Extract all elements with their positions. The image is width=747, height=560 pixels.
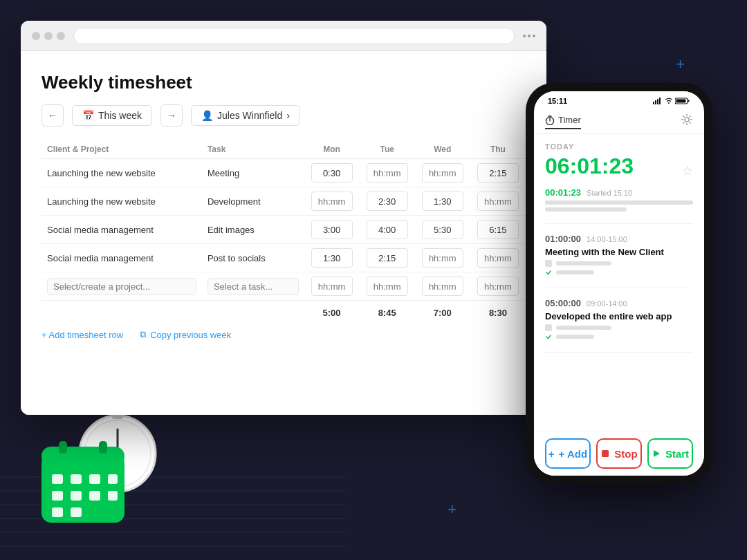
empty-wed	[415, 272, 470, 301]
empty-time-mon[interactable]	[311, 277, 353, 296]
page-title: Weekly timesheet	[42, 72, 526, 93]
time-input-mon-2[interactable]	[311, 220, 353, 239]
time-input-thu-3[interactable]	[477, 248, 519, 268]
timer-entry-2: 01:00:00 14:00-15:00 Meeting with the Ne…	[545, 234, 693, 288]
cell-mon-2	[304, 216, 360, 244]
cell-wed-1	[415, 187, 470, 216]
cell-tue-0	[360, 159, 415, 187]
entry-name-2: Meeting with the New Client	[545, 247, 693, 257]
svg-rect-14	[59, 441, 67, 454]
cell-wed-0	[415, 159, 470, 187]
time-input-tue-2[interactable]	[367, 220, 408, 239]
time-input-wed-2[interactable]	[422, 220, 463, 239]
cell-task-1: Development	[202, 187, 304, 216]
cell-tue-3	[360, 244, 415, 272]
tab-timer[interactable]: Timer	[545, 112, 581, 129]
svg-rect-27	[655, 100, 656, 104]
next-week-button[interactable]: →	[160, 104, 183, 127]
browser-window: Weekly timesheet ← 📅 This week → 👤 Jules…	[21, 21, 546, 415]
col-header-project: Client & Project	[42, 140, 202, 159]
cell-project-3: Social media management	[42, 244, 202, 272]
timer-tabs: Timer	[534, 108, 704, 134]
cell-wed-2	[415, 216, 470, 244]
col-header-tue: Tue	[360, 140, 415, 159]
add-row-button[interactable]: + Add timesheet row	[42, 329, 123, 340]
col-header-thu: Thu	[470, 140, 526, 159]
timer-entry-active: 00:01:23 Started 15:10	[545, 187, 693, 224]
time-input-mon-1[interactable]	[311, 192, 353, 211]
total-mon: 5:00	[304, 301, 360, 323]
entry-name-3: Developed the entire web app	[545, 311, 693, 321]
start-button[interactable]: Start	[647, 438, 693, 469]
cell-tue-1	[360, 187, 415, 216]
total-thu: 8:30	[470, 301, 526, 323]
col-header-mon: Mon	[304, 140, 360, 159]
table-row: Launching the new website Development	[42, 187, 526, 216]
svg-rect-37	[545, 260, 552, 267]
svg-rect-23	[108, 491, 118, 501]
svg-rect-39	[602, 450, 609, 457]
phone-body: TODAY 06:01:23 ☆ 00:01:23 Started 15:10	[534, 134, 704, 431]
phone-container: 15:11	[526, 83, 712, 484]
cell-mon-3	[304, 244, 360, 272]
user-name: Jules Winnfield	[217, 110, 282, 121]
time-input-tue-0[interactable]	[367, 163, 408, 183]
svg-rect-13	[42, 447, 124, 466]
table-actions: + Add timesheet row ⧉ Copy previous week	[42, 329, 526, 340]
svg-rect-31	[688, 100, 690, 102]
status-time: 15:11	[548, 97, 567, 105]
time-input-thu-0[interactable]	[477, 163, 519, 183]
entry-tag-1	[545, 207, 627, 212]
empty-time-tue[interactable]	[367, 277, 408, 296]
time-input-tue-3[interactable]	[367, 248, 408, 268]
empty-time-thu[interactable]	[477, 277, 519, 296]
svg-rect-21	[71, 491, 82, 501]
svg-rect-18	[89, 474, 100, 484]
totals-row: 5:00 8:45 7:00 8:30	[42, 301, 526, 323]
table-row: Social media management Post to socials	[42, 244, 526, 272]
chevron-right-icon: ›	[286, 110, 290, 121]
cell-thu-3	[470, 244, 526, 272]
new-project-input[interactable]	[47, 278, 196, 295]
prev-week-button[interactable]: ←	[42, 104, 64, 127]
cell-project-1: Launching the new website	[42, 187, 202, 216]
settings-icon[interactable]	[681, 113, 693, 126]
cell-project-0: Launching the new website	[42, 159, 202, 187]
user-filter-button[interactable]: 👤 Jules Winnfield ›	[191, 105, 300, 126]
week-navigation: ← 📅 This week → 👤 Jules Winnfield ›	[42, 104, 526, 127]
time-input-wed-0[interactable]	[422, 163, 463, 183]
time-input-thu-2[interactable]	[477, 220, 519, 239]
empty-time-wed[interactable]	[422, 277, 463, 296]
browser-address-bar[interactable]	[73, 28, 515, 44]
this-week-button[interactable]: 📅 This week	[72, 105, 152, 126]
time-input-mon-0[interactable]	[311, 163, 353, 183]
phone-action-buttons: + + Add Stop Start	[534, 431, 704, 476]
copy-week-button[interactable]: ⧉ Copy previous week	[140, 329, 231, 340]
add-button[interactable]: + + Add	[545, 438, 591, 469]
time-input-wed-3[interactable]	[422, 248, 463, 268]
phone-frame: 15:11	[526, 83, 712, 484]
empty-task	[202, 272, 304, 301]
svg-rect-24	[52, 507, 63, 517]
entry-check-3	[545, 333, 693, 340]
empty-tue	[360, 272, 415, 301]
time-input-mon-3[interactable]	[311, 248, 353, 268]
time-input-wed-1[interactable]	[422, 192, 463, 211]
entry-started-1: Started 15:10	[587, 189, 632, 197]
col-header-wed: Wed	[415, 140, 470, 159]
cell-project-2: Social media management	[42, 216, 202, 244]
today-label: TODAY	[545, 142, 693, 151]
tag-icon	[545, 260, 552, 267]
star-icon[interactable]: ☆	[682, 163, 693, 178]
time-input-tue-1[interactable]	[367, 192, 408, 211]
start-label: Start	[665, 448, 689, 460]
entry-bar-1	[545, 200, 693, 205]
check-icon	[545, 269, 552, 276]
svg-rect-20	[52, 491, 63, 501]
svg-rect-19	[108, 474, 118, 484]
new-task-input[interactable]	[208, 278, 299, 295]
stop-button[interactable]: Stop	[596, 438, 642, 469]
time-input-thu-1[interactable]	[477, 192, 519, 211]
total-tue: 8:45	[360, 301, 415, 323]
check-icon-2	[545, 333, 552, 340]
